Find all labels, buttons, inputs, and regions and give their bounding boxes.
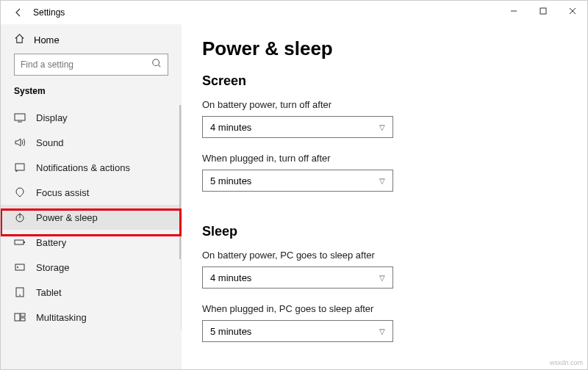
power-icon: [14, 211, 26, 223]
search-icon: [151, 58, 162, 71]
chevron-down-icon: ▽: [379, 327, 385, 335]
screen-battery-label: On battery power, turn off after: [202, 99, 567, 110]
content-pane: Power & sleep Screen On battery power, t…: [182, 24, 587, 369]
sleep-battery-label: On battery power, PC goes to sleep after: [202, 250, 567, 261]
sidebar-item-label: Power & sleep: [36, 212, 98, 223]
sidebar-item-label: Display: [36, 112, 68, 123]
chevron-down-icon: ▽: [379, 274, 385, 282]
back-button[interactable]: [8, 2, 29, 23]
multitasking-icon: [14, 311, 26, 323]
sidebar: Home System Display Sound: [1, 24, 182, 369]
sidebar-item-label: Notifications & actions: [36, 162, 130, 173]
sidebar-item-tablet[interactable]: Tablet: [1, 280, 181, 305]
sidebar-item-sound[interactable]: Sound: [1, 130, 181, 155]
sidebar-item-multitasking[interactable]: Multitasking: [1, 305, 181, 330]
sidebar-item-display[interactable]: Display: [1, 105, 181, 130]
combo-value: 4 minutes: [210, 122, 251, 133]
svg-line-3: [159, 65, 161, 68]
home-nav[interactable]: Home: [1, 29, 182, 54]
svg-point-12: [17, 266, 18, 268]
watermark: wsxdn.com: [550, 359, 583, 366]
chevron-down-icon: ▽: [379, 123, 385, 131]
sleep-plugged-label: When plugged in, PC goes to sleep after: [202, 303, 567, 314]
screen-plugged-label: When plugged in, turn off after: [202, 153, 567, 164]
sidebar-item-power-sleep[interactable]: Power & sleep: [1, 205, 181, 230]
sidebar-item-label: Battery: [36, 237, 66, 248]
svg-rect-1: [540, 8, 546, 14]
sidebar-item-battery[interactable]: Battery: [1, 230, 181, 255]
close-button[interactable]: [558, 1, 587, 21]
svg-rect-4: [15, 114, 25, 120]
search-input[interactable]: [21, 59, 134, 70]
screen-plugged-select[interactable]: 5 minutes ▽: [202, 170, 393, 192]
svg-rect-16: [21, 313, 25, 316]
page-title: Power & sleep: [202, 37, 567, 60]
svg-rect-6: [15, 164, 24, 170]
combo-value: 5 minutes: [210, 326, 251, 337]
maximize-button[interactable]: [528, 1, 558, 21]
sound-icon: [14, 137, 26, 148]
sleep-plugged-select[interactable]: 5 minutes ▽: [202, 320, 393, 342]
sidebar-item-label: Focus assist: [36, 187, 89, 198]
combo-value: 5 minutes: [210, 175, 251, 186]
svg-point-2: [153, 59, 159, 66]
home-icon: [14, 33, 25, 46]
sidebar-item-focus-assist[interactable]: Focus assist: [1, 180, 181, 205]
svg-rect-11: [15, 264, 24, 270]
sidebar-item-label: Multitasking: [36, 312, 87, 323]
home-label: Home: [34, 35, 60, 46]
sidebar-item-label: Tablet: [36, 287, 62, 298]
combo-value: 4 minutes: [210, 272, 251, 283]
minimize-button[interactable]: [499, 1, 528, 21]
svg-rect-10: [24, 242, 25, 243]
window-title: Settings: [33, 7, 65, 18]
screen-heading: Screen: [202, 73, 567, 89]
focus-assist-icon: [14, 186, 26, 198]
battery-icon: [14, 236, 26, 248]
svg-rect-17: [21, 318, 25, 321]
nav-category: System: [1, 86, 182, 105]
sidebar-scrollbar[interactable]: [179, 105, 181, 259]
storage-icon: [14, 261, 26, 273]
sidebar-item-storage[interactable]: Storage: [1, 255, 181, 280]
sleep-heading: Sleep: [202, 224, 567, 239]
sidebar-item-label: Sound: [36, 137, 64, 148]
svg-rect-9: [15, 240, 24, 244]
display-icon: [14, 112, 26, 123]
search-input-wrap[interactable]: [14, 54, 168, 76]
chevron-down-icon: ▽: [379, 177, 385, 185]
svg-rect-15: [15, 313, 20, 321]
tablet-icon: [14, 286, 26, 298]
screen-battery-select[interactable]: 4 minutes ▽: [202, 116, 393, 138]
sidebar-item-label: Storage: [36, 262, 70, 273]
sidebar-item-notifications[interactable]: Notifications & actions: [1, 155, 181, 180]
notifications-icon: [14, 162, 26, 173]
nav-list: Display Sound Notifications & actions Fo…: [1, 105, 182, 330]
sleep-battery-select[interactable]: 4 minutes ▽: [202, 266, 393, 289]
